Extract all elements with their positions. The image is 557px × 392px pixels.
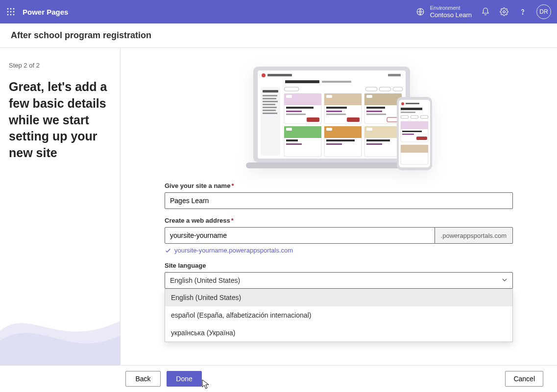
footer-left: Back Done bbox=[125, 371, 202, 387]
web-address-suffix: .powerappsportals.com bbox=[435, 227, 513, 244]
web-address-row: .powerappsportals.com bbox=[165, 227, 513, 244]
web-address-input[interactable] bbox=[165, 227, 435, 244]
svg-rect-57 bbox=[286, 139, 298, 141]
svg-rect-26 bbox=[263, 107, 277, 108]
svg-point-1 bbox=[10, 8, 12, 10]
app-launcher-icon[interactable] bbox=[6, 7, 16, 17]
svg-rect-46 bbox=[347, 117, 360, 122]
svg-rect-84 bbox=[401, 145, 428, 153]
page-title-bar: After school program registration bbox=[0, 23, 557, 48]
language-option[interactable]: українська (Україна) bbox=[165, 324, 512, 342]
app-name: Power Pages bbox=[23, 8, 68, 16]
svg-rect-56 bbox=[286, 128, 292, 131]
svg-rect-28 bbox=[263, 113, 277, 114]
header-left: Power Pages bbox=[6, 7, 68, 17]
web-address-label: Create a web address* bbox=[165, 217, 513, 224]
site-language-dropdown: English (United States) español (España,… bbox=[165, 289, 513, 342]
validated-url: yoursite-yourname.powerappsportals.com bbox=[174, 247, 293, 254]
site-preview bbox=[165, 63, 513, 175]
svg-point-10 bbox=[503, 11, 506, 13]
step-indicator: Step 2 of 2 bbox=[9, 62, 111, 69]
svg-rect-24 bbox=[263, 101, 278, 102]
wizard-left-panel: Step 2 of 2 Great, let's add a few basic… bbox=[0, 48, 121, 365]
svg-point-71 bbox=[401, 102, 404, 105]
language-option[interactable]: English (United States) bbox=[165, 289, 512, 306]
environment-text: Environment Contoso Learn bbox=[430, 5, 472, 19]
cancel-button[interactable]: Cancel bbox=[505, 371, 543, 387]
help-icon[interactable] bbox=[518, 7, 528, 17]
svg-rect-21 bbox=[263, 90, 278, 92]
svg-rect-19 bbox=[322, 81, 351, 83]
svg-rect-37 bbox=[286, 111, 302, 112]
back-button[interactable]: Back bbox=[125, 371, 161, 387]
svg-rect-36 bbox=[286, 107, 314, 109]
chevron-down-icon bbox=[502, 277, 508, 284]
checkmark-icon bbox=[165, 247, 171, 254]
notifications-icon[interactable] bbox=[481, 7, 490, 17]
svg-rect-38 bbox=[286, 114, 306, 115]
globe-icon bbox=[415, 7, 425, 17]
decorative-wave bbox=[0, 297, 120, 365]
app-header: Power Pages Environment Contoso Learn DR bbox=[0, 0, 557, 23]
svg-rect-16 bbox=[267, 74, 292, 76]
site-name-group: Give your site a name* bbox=[165, 182, 513, 209]
user-avatar[interactable]: DR bbox=[536, 4, 551, 19]
svg-rect-42 bbox=[326, 95, 332, 98]
svg-rect-49 bbox=[366, 95, 372, 98]
svg-rect-43 bbox=[326, 107, 347, 109]
page-title: After school program registration bbox=[11, 30, 151, 41]
svg-rect-73 bbox=[401, 108, 422, 110]
header-right: Environment Contoso Learn DR bbox=[415, 4, 551, 19]
svg-rect-27 bbox=[263, 110, 276, 111]
environment-name: Contoso Learn bbox=[430, 11, 472, 19]
svg-rect-17 bbox=[388, 74, 401, 76]
required-marker: * bbox=[231, 217, 234, 224]
svg-rect-20 bbox=[261, 87, 280, 156]
svg-point-15 bbox=[262, 73, 266, 77]
svg-rect-44 bbox=[326, 111, 342, 112]
svg-rect-68 bbox=[366, 143, 382, 145]
done-button[interactable]: Done bbox=[167, 371, 202, 387]
user-initials: DR bbox=[539, 8, 548, 15]
svg-point-3 bbox=[7, 11, 9, 13]
svg-point-8 bbox=[13, 14, 15, 16]
svg-rect-22 bbox=[263, 95, 277, 96]
svg-point-4 bbox=[10, 11, 12, 13]
environment-label: Environment bbox=[430, 5, 472, 11]
svg-rect-72 bbox=[406, 103, 419, 104]
language-option[interactable]: español (España, alfabetización internac… bbox=[165, 306, 512, 324]
site-name-label: Give your site a name* bbox=[165, 182, 513, 189]
svg-rect-45 bbox=[326, 114, 346, 115]
svg-rect-62 bbox=[326, 139, 355, 141]
svg-rect-23 bbox=[263, 98, 276, 99]
svg-rect-35 bbox=[286, 95, 292, 98]
environment-picker[interactable]: Environment Contoso Learn bbox=[415, 5, 472, 19]
svg-rect-51 bbox=[366, 111, 382, 112]
svg-rect-66 bbox=[366, 128, 372, 131]
main-content: Step 2 of 2 Great, let's add a few basic… bbox=[0, 48, 557, 365]
svg-rect-18 bbox=[285, 80, 319, 83]
svg-point-11 bbox=[522, 14, 523, 14]
svg-point-2 bbox=[13, 8, 15, 10]
svg-rect-61 bbox=[326, 128, 332, 131]
svg-rect-80 bbox=[402, 131, 422, 132]
wizard-footer: Back Done Cancel bbox=[0, 365, 557, 392]
site-language-label: Site language bbox=[165, 262, 513, 269]
site-language-value: English (United States) bbox=[170, 277, 240, 284]
svg-rect-79 bbox=[401, 121, 428, 129]
web-address-validation: yoursite-yourname.powerappsportals.com bbox=[165, 247, 513, 254]
svg-rect-39 bbox=[307, 117, 319, 122]
svg-rect-52 bbox=[366, 114, 386, 115]
site-language-group: Site language English (United States) En… bbox=[165, 262, 513, 342]
wizard-right-panel: Give your site a name* Create a web addr… bbox=[121, 48, 557, 365]
svg-rect-25 bbox=[263, 104, 275, 105]
svg-rect-74 bbox=[401, 112, 415, 113]
settings-icon[interactable] bbox=[499, 7, 509, 17]
site-language-select[interactable]: English (United States) bbox=[165, 272, 513, 289]
required-marker: * bbox=[231, 182, 234, 189]
svg-point-6 bbox=[7, 14, 9, 16]
svg-point-5 bbox=[13, 11, 15, 13]
svg-rect-58 bbox=[286, 143, 302, 145]
site-name-input[interactable] bbox=[165, 192, 513, 209]
wizard-heading: Great, let's add a few basic details whi… bbox=[9, 79, 111, 161]
